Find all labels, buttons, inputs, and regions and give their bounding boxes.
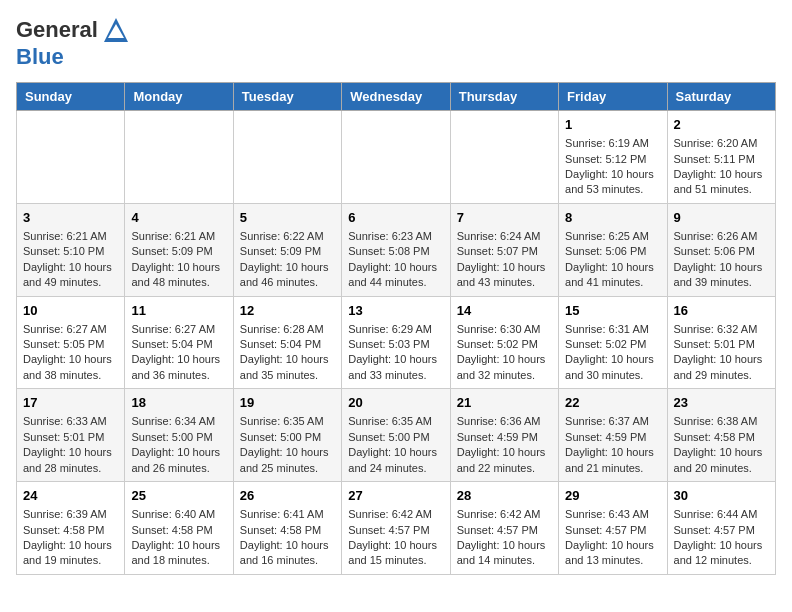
day-number: 30 [674, 487, 769, 505]
week-row-2: 3Sunrise: 6:21 AM Sunset: 5:10 PM Daylig… [17, 203, 776, 296]
day-number: 16 [674, 302, 769, 320]
day-cell: 26Sunrise: 6:41 AM Sunset: 4:58 PM Dayli… [233, 482, 341, 575]
day-cell: 12Sunrise: 6:28 AM Sunset: 5:04 PM Dayli… [233, 296, 341, 389]
day-info: Sunrise: 6:21 AM Sunset: 5:09 PM Dayligh… [131, 229, 226, 291]
day-info: Sunrise: 6:27 AM Sunset: 5:05 PM Dayligh… [23, 322, 118, 384]
day-cell: 20Sunrise: 6:35 AM Sunset: 5:00 PM Dayli… [342, 389, 450, 482]
day-info: Sunrise: 6:41 AM Sunset: 4:58 PM Dayligh… [240, 507, 335, 569]
day-cell: 21Sunrise: 6:36 AM Sunset: 4:59 PM Dayli… [450, 389, 558, 482]
day-number: 11 [131, 302, 226, 320]
day-number: 26 [240, 487, 335, 505]
day-info: Sunrise: 6:25 AM Sunset: 5:06 PM Dayligh… [565, 229, 660, 291]
day-number: 21 [457, 394, 552, 412]
day-cell: 4Sunrise: 6:21 AM Sunset: 5:09 PM Daylig… [125, 203, 233, 296]
day-number: 3 [23, 209, 118, 227]
day-info: Sunrise: 6:24 AM Sunset: 5:07 PM Dayligh… [457, 229, 552, 291]
day-cell: 10Sunrise: 6:27 AM Sunset: 5:05 PM Dayli… [17, 296, 125, 389]
day-cell: 25Sunrise: 6:40 AM Sunset: 4:58 PM Dayli… [125, 482, 233, 575]
day-info: Sunrise: 6:35 AM Sunset: 5:00 PM Dayligh… [240, 414, 335, 476]
day-info: Sunrise: 6:38 AM Sunset: 4:58 PM Dayligh… [674, 414, 769, 476]
col-header-sunday: Sunday [17, 83, 125, 111]
day-cell: 28Sunrise: 6:42 AM Sunset: 4:57 PM Dayli… [450, 482, 558, 575]
day-cell: 1Sunrise: 6:19 AM Sunset: 5:12 PM Daylig… [559, 111, 667, 204]
day-cell [233, 111, 341, 204]
day-number: 2 [674, 116, 769, 134]
day-info: Sunrise: 6:40 AM Sunset: 4:58 PM Dayligh… [131, 507, 226, 569]
day-info: Sunrise: 6:35 AM Sunset: 5:00 PM Dayligh… [348, 414, 443, 476]
page-header: General Blue [16, 16, 776, 70]
day-number: 18 [131, 394, 226, 412]
logo-blue-text: Blue [16, 44, 64, 69]
day-number: 10 [23, 302, 118, 320]
day-info: Sunrise: 6:21 AM Sunset: 5:10 PM Dayligh… [23, 229, 118, 291]
day-number: 8 [565, 209, 660, 227]
day-number: 15 [565, 302, 660, 320]
day-number: 9 [674, 209, 769, 227]
week-row-3: 10Sunrise: 6:27 AM Sunset: 5:05 PM Dayli… [17, 296, 776, 389]
col-header-friday: Friday [559, 83, 667, 111]
day-info: Sunrise: 6:19 AM Sunset: 5:12 PM Dayligh… [565, 136, 660, 198]
col-header-saturday: Saturday [667, 83, 775, 111]
day-number: 12 [240, 302, 335, 320]
day-info: Sunrise: 6:33 AM Sunset: 5:01 PM Dayligh… [23, 414, 118, 476]
day-cell: 6Sunrise: 6:23 AM Sunset: 5:08 PM Daylig… [342, 203, 450, 296]
day-cell: 16Sunrise: 6:32 AM Sunset: 5:01 PM Dayli… [667, 296, 775, 389]
day-number: 24 [23, 487, 118, 505]
day-info: Sunrise: 6:31 AM Sunset: 5:02 PM Dayligh… [565, 322, 660, 384]
day-cell: 9Sunrise: 6:26 AM Sunset: 5:06 PM Daylig… [667, 203, 775, 296]
day-number: 6 [348, 209, 443, 227]
week-row-4: 17Sunrise: 6:33 AM Sunset: 5:01 PM Dayli… [17, 389, 776, 482]
day-cell: 11Sunrise: 6:27 AM Sunset: 5:04 PM Dayli… [125, 296, 233, 389]
day-cell: 8Sunrise: 6:25 AM Sunset: 5:06 PM Daylig… [559, 203, 667, 296]
day-info: Sunrise: 6:36 AM Sunset: 4:59 PM Dayligh… [457, 414, 552, 476]
day-info: Sunrise: 6:37 AM Sunset: 4:59 PM Dayligh… [565, 414, 660, 476]
day-info: Sunrise: 6:22 AM Sunset: 5:09 PM Dayligh… [240, 229, 335, 291]
day-cell: 14Sunrise: 6:30 AM Sunset: 5:02 PM Dayli… [450, 296, 558, 389]
col-header-wednesday: Wednesday [342, 83, 450, 111]
day-info: Sunrise: 6:34 AM Sunset: 5:00 PM Dayligh… [131, 414, 226, 476]
day-info: Sunrise: 6:44 AM Sunset: 4:57 PM Dayligh… [674, 507, 769, 569]
day-number: 1 [565, 116, 660, 134]
day-info: Sunrise: 6:39 AM Sunset: 4:58 PM Dayligh… [23, 507, 118, 569]
day-cell: 5Sunrise: 6:22 AM Sunset: 5:09 PM Daylig… [233, 203, 341, 296]
day-info: Sunrise: 6:43 AM Sunset: 4:57 PM Dayligh… [565, 507, 660, 569]
col-header-thursday: Thursday [450, 83, 558, 111]
day-number: 29 [565, 487, 660, 505]
day-cell: 22Sunrise: 6:37 AM Sunset: 4:59 PM Dayli… [559, 389, 667, 482]
day-number: 13 [348, 302, 443, 320]
calendar-table: SundayMondayTuesdayWednesdayThursdayFrid… [16, 82, 776, 575]
day-info: Sunrise: 6:42 AM Sunset: 4:57 PM Dayligh… [457, 507, 552, 569]
calendar-header-row: SundayMondayTuesdayWednesdayThursdayFrid… [17, 83, 776, 111]
day-info: Sunrise: 6:26 AM Sunset: 5:06 PM Dayligh… [674, 229, 769, 291]
col-header-monday: Monday [125, 83, 233, 111]
logo-icon [102, 16, 130, 44]
logo-general: General [16, 17, 98, 43]
day-cell: 18Sunrise: 6:34 AM Sunset: 5:00 PM Dayli… [125, 389, 233, 482]
logo: General Blue [16, 16, 130, 70]
day-cell: 15Sunrise: 6:31 AM Sunset: 5:02 PM Dayli… [559, 296, 667, 389]
day-number: 23 [674, 394, 769, 412]
col-header-tuesday: Tuesday [233, 83, 341, 111]
day-cell: 23Sunrise: 6:38 AM Sunset: 4:58 PM Dayli… [667, 389, 775, 482]
day-cell: 2Sunrise: 6:20 AM Sunset: 5:11 PM Daylig… [667, 111, 775, 204]
day-number: 25 [131, 487, 226, 505]
day-cell: 24Sunrise: 6:39 AM Sunset: 4:58 PM Dayli… [17, 482, 125, 575]
day-number: 28 [457, 487, 552, 505]
day-info: Sunrise: 6:30 AM Sunset: 5:02 PM Dayligh… [457, 322, 552, 384]
day-cell [125, 111, 233, 204]
day-cell: 30Sunrise: 6:44 AM Sunset: 4:57 PM Dayli… [667, 482, 775, 575]
day-number: 20 [348, 394, 443, 412]
day-info: Sunrise: 6:42 AM Sunset: 4:57 PM Dayligh… [348, 507, 443, 569]
day-cell: 3Sunrise: 6:21 AM Sunset: 5:10 PM Daylig… [17, 203, 125, 296]
day-number: 4 [131, 209, 226, 227]
day-cell: 19Sunrise: 6:35 AM Sunset: 5:00 PM Dayli… [233, 389, 341, 482]
day-number: 19 [240, 394, 335, 412]
day-number: 22 [565, 394, 660, 412]
day-cell: 17Sunrise: 6:33 AM Sunset: 5:01 PM Dayli… [17, 389, 125, 482]
day-cell: 27Sunrise: 6:42 AM Sunset: 4:57 PM Dayli… [342, 482, 450, 575]
day-info: Sunrise: 6:29 AM Sunset: 5:03 PM Dayligh… [348, 322, 443, 384]
day-cell: 29Sunrise: 6:43 AM Sunset: 4:57 PM Dayli… [559, 482, 667, 575]
day-info: Sunrise: 6:23 AM Sunset: 5:08 PM Dayligh… [348, 229, 443, 291]
day-info: Sunrise: 6:28 AM Sunset: 5:04 PM Dayligh… [240, 322, 335, 384]
day-info: Sunrise: 6:27 AM Sunset: 5:04 PM Dayligh… [131, 322, 226, 384]
